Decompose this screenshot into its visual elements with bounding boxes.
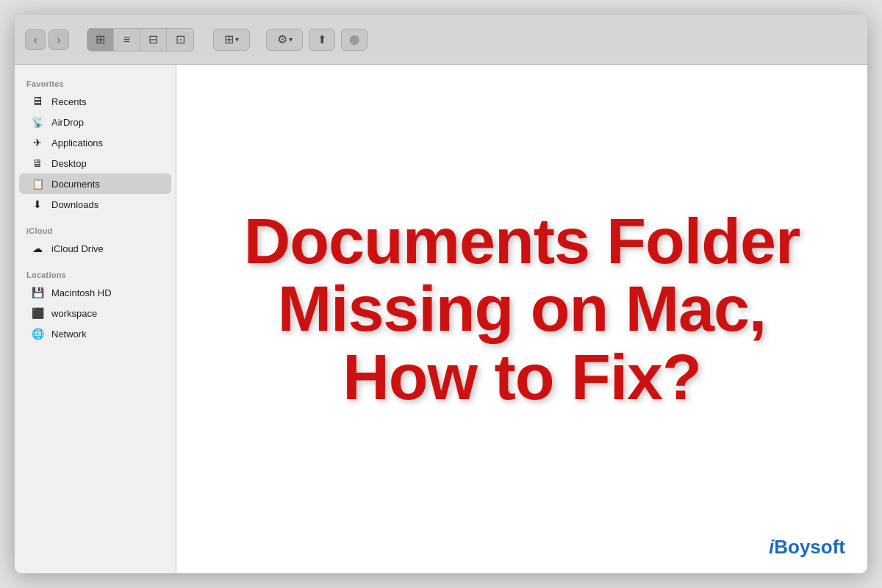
documents-icon: 📋: [31, 177, 44, 190]
desktop-label: Desktop: [51, 158, 87, 169]
grid-small-icon: ⊞: [224, 32, 234, 46]
view-options-dropdown[interactable]: ⊞ ▾: [213, 29, 250, 51]
share-icon: ⬆: [318, 33, 327, 46]
list-icon: ≡: [123, 33, 130, 46]
tag-icon: ⬤: [349, 34, 360, 45]
grid-icon: ⊞: [96, 32, 105, 46]
forward-icon: ›: [57, 34, 61, 46]
overlay-line1: Documents Folder: [244, 204, 800, 277]
recents-label: Recents: [51, 96, 87, 107]
back-icon: ‹: [34, 34, 37, 46]
desktop-icon: 🖥: [31, 157, 44, 170]
workspace-label: workspace: [51, 308, 97, 319]
sidebar-item-macintosh-hd[interactable]: 💾 Macintosh HD: [19, 282, 171, 303]
tag-button[interactable]: ⬤: [341, 29, 368, 51]
workspace-icon: ⬛: [31, 306, 44, 320]
sidebar: Favorites 🖥 Recents 📡 AirDrop ✈ Applicat…: [15, 65, 176, 573]
gear-icon: ⚙: [277, 32, 287, 46]
icloud-drive-label: iCloud Drive: [51, 243, 104, 254]
network-label: Network: [51, 329, 87, 340]
documents-label: Documents: [51, 179, 100, 190]
locations-section-label: Locations: [15, 265, 176, 282]
network-icon: 🌐: [31, 327, 44, 340]
overlay-text-block: Documents Folder Missing on Mac, How to …: [211, 207, 833, 411]
sidebar-item-airdrop[interactable]: 📡 AirDrop: [19, 112, 171, 132]
overlay-title: Documents Folder Missing on Mac, How to …: [211, 207, 833, 411]
sidebar-item-network[interactable]: 🌐 Network: [19, 323, 171, 344]
favorites-section-label: Favorites: [15, 74, 176, 91]
recents-icon: 🖥: [31, 95, 44, 108]
icloud-icon: ☁: [31, 242, 44, 255]
downloads-label: Downloads: [51, 199, 98, 210]
view-list-button[interactable]: ≡: [114, 29, 140, 51]
airdrop-label: AirDrop: [51, 117, 84, 128]
dropdown-arrow-icon: ▾: [235, 35, 239, 43]
applications-label: Applications: [51, 137, 103, 148]
macintosh-hd-label: Macintosh HD: [51, 287, 112, 298]
view-columns-button[interactable]: ⊟: [140, 29, 167, 51]
sidebar-item-documents[interactable]: 📋 Documents: [19, 173, 171, 194]
sidebar-item-desktop[interactable]: 🖥 Desktop: [19, 153, 171, 173]
downloads-icon: ⬇: [31, 198, 44, 211]
content-area: Documents Folder Missing on Mac, How to …: [176, 65, 867, 573]
sidebar-item-downloads[interactable]: ⬇ Downloads: [19, 194, 171, 215]
airdrop-icon: 📡: [31, 115, 44, 129]
icloud-section-label: iCloud: [15, 220, 176, 238]
forward-button[interactable]: ›: [49, 29, 69, 50]
applications-icon: ✈: [31, 136, 44, 149]
settings-dropdown[interactable]: ⚙ ▾: [266, 29, 303, 51]
brand-watermark: iBoysoft: [769, 536, 845, 559]
sidebar-item-icloud-drive[interactable]: ☁ iCloud Drive: [19, 238, 171, 259]
finder-window: ‹ › ⊞ ≡ ⊟ ⊡ ⊞ ▾ ⚙: [15, 15, 867, 573]
nav-buttons: ‹ ›: [25, 29, 69, 50]
overlay-line3: How to Fix?: [343, 340, 701, 412]
sidebar-item-applications[interactable]: ✈ Applications: [19, 132, 171, 153]
toolbar: ‹ › ⊞ ≡ ⊟ ⊡ ⊞ ▾ ⚙: [15, 15, 867, 65]
macintosh-hd-icon: 💾: [31, 286, 44, 299]
sidebar-item-recents[interactable]: 🖥 Recents: [19, 91, 171, 112]
main-area: Favorites 🖥 Recents 📡 AirDrop ✈ Applicat…: [15, 65, 867, 573]
view-icons-button[interactable]: ⊞: [87, 29, 114, 51]
back-button[interactable]: ‹: [25, 29, 46, 50]
sidebar-item-workspace[interactable]: ⬛ workspace: [19, 303, 171, 323]
view-toggle-group: ⊞ ≡ ⊟ ⊡: [87, 28, 194, 51]
settings-arrow-icon: ▾: [289, 35, 293, 43]
gallery-icon: ⊡: [176, 32, 185, 46]
share-button[interactable]: ⬆: [309, 29, 335, 51]
view-gallery-button[interactable]: ⊡: [167, 29, 193, 51]
columns-icon: ⊟: [148, 32, 158, 46]
overlay-line2: Missing on Mac,: [278, 272, 767, 345]
